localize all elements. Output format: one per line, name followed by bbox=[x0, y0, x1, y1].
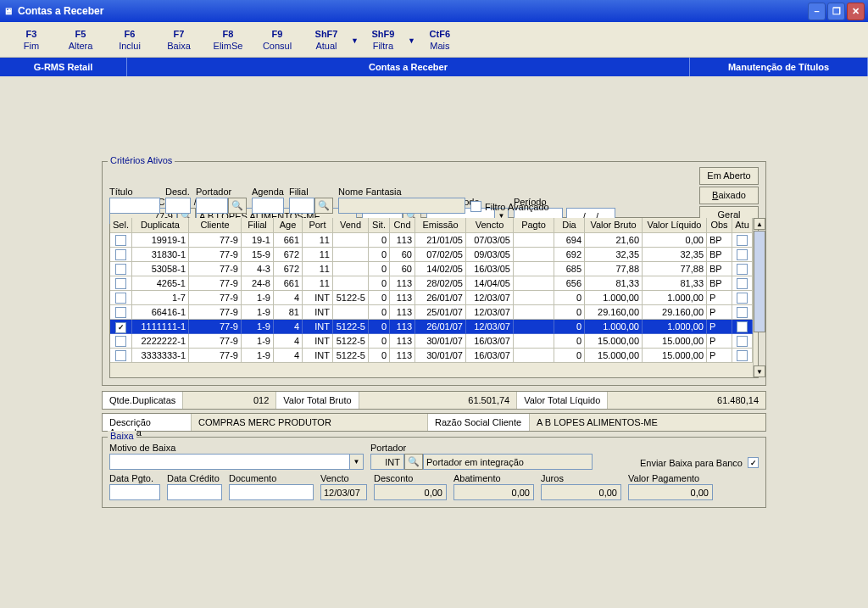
row-checkbox[interactable] bbox=[115, 278, 126, 289]
cell: 0 bbox=[554, 349, 585, 363]
menu-altera[interactable]: F5Altera bbox=[56, 27, 105, 53]
cell: 1-7 bbox=[132, 291, 189, 305]
data-credito-input[interactable] bbox=[167, 484, 222, 500]
table-row[interactable]: 53058-177-94-36721106014/02/0516/03/0568… bbox=[110, 262, 753, 276]
row-checkbox[interactable] bbox=[115, 264, 126, 275]
atu-checkbox[interactable] bbox=[737, 336, 748, 347]
row-checkbox[interactable] bbox=[115, 350, 126, 361]
agenda-input[interactable] bbox=[252, 198, 284, 214]
filtro-avancado-checkbox[interactable] bbox=[470, 201, 481, 212]
col-header[interactable]: Valor Bruto bbox=[585, 218, 643, 233]
baixa-portador-desc bbox=[423, 454, 593, 470]
cell: 16/03/05 bbox=[466, 262, 514, 276]
cell: 15.000,00 bbox=[643, 334, 707, 349]
cell: 30/01/07 bbox=[415, 334, 466, 349]
menu-mais[interactable]: CtF6Mais bbox=[415, 27, 465, 53]
cell: 5122-5 bbox=[333, 334, 369, 349]
atu-checkbox[interactable] bbox=[737, 293, 748, 304]
col-header[interactable]: Cnd bbox=[390, 218, 415, 233]
table-row[interactable]: 66416-177-91-981INT011325/01/0712/03/070… bbox=[110, 305, 753, 320]
col-header[interactable]: Duplicata bbox=[132, 218, 189, 233]
cell: 3333333-1 bbox=[132, 349, 189, 363]
module-bar: G-RMS Retail Contas a Receber Manutenção… bbox=[0, 58, 868, 76]
atu-checkbox[interactable] bbox=[737, 235, 748, 246]
atu-checkbox[interactable] bbox=[737, 350, 748, 361]
filial-search-button[interactable]: 🔍 bbox=[314, 198, 333, 214]
menu-atual[interactable]: ShF7Atual bbox=[302, 27, 351, 53]
menu-elimse[interactable]: F8ElimSe bbox=[203, 27, 253, 53]
scroll-down-icon[interactable]: ▼ bbox=[754, 365, 765, 377]
row-checkbox[interactable] bbox=[115, 322, 126, 333]
col-header[interactable]: Sel. bbox=[110, 218, 132, 233]
abatimento-input[interactable] bbox=[453, 484, 534, 500]
maximize-button[interactable]: ❐ bbox=[827, 3, 845, 20]
col-header[interactable]: Dia bbox=[554, 218, 585, 233]
minimize-button[interactable]: – bbox=[808, 3, 826, 20]
col-header[interactable]: Obs bbox=[707, 218, 732, 233]
cell: 30/01/07 bbox=[415, 349, 466, 363]
menu-fim[interactable]: F3Fim bbox=[7, 27, 56, 53]
desd-input[interactable] bbox=[165, 198, 191, 214]
motivo-select[interactable] bbox=[109, 454, 349, 470]
menu-filtra[interactable]: ShF9Filtra bbox=[359, 27, 408, 53]
table-row[interactable]: 4265-177-924-866111011328/02/0514/04/056… bbox=[110, 276, 753, 291]
col-header[interactable]: Sit. bbox=[369, 218, 390, 233]
col-header[interactable]: Valor Líquido bbox=[643, 218, 707, 233]
row-checkbox[interactable] bbox=[115, 249, 126, 260]
enviar-baixa-checkbox[interactable] bbox=[748, 457, 759, 468]
data-pgto-input[interactable] bbox=[109, 484, 160, 500]
chevron-down-icon[interactable]: ▼ bbox=[408, 34, 415, 45]
scrollbar-vertical[interactable]: ▲ ▼ bbox=[753, 218, 758, 377]
menu-baixa[interactable]: F7Baixa bbox=[154, 27, 203, 53]
atu-checkbox[interactable] bbox=[737, 307, 748, 318]
titulo-input[interactable] bbox=[109, 198, 160, 214]
atu-checkbox[interactable] bbox=[737, 278, 748, 289]
scroll-up-icon[interactable]: ▲ bbox=[754, 218, 765, 230]
table-row[interactable]: 3333333-177-91-94INT5122-5011330/01/0716… bbox=[110, 349, 753, 363]
col-header[interactable]: Vencto bbox=[466, 218, 514, 233]
menu-consul[interactable]: F9Consul bbox=[253, 27, 302, 53]
scroll-thumb[interactable] bbox=[754, 231, 765, 332]
row-checkbox[interactable] bbox=[115, 336, 126, 347]
col-header[interactable]: Atu bbox=[732, 218, 753, 233]
cell: 16/03/07 bbox=[466, 334, 514, 349]
chevron-down-icon[interactable]: ▼ bbox=[351, 34, 359, 45]
portador-search-button[interactable]: 🔍 bbox=[228, 198, 247, 214]
row-checkbox[interactable] bbox=[115, 307, 126, 318]
row-checkbox[interactable] bbox=[115, 235, 126, 246]
desconto-input[interactable] bbox=[374, 484, 447, 500]
baixa-portador-search-button[interactable]: 🔍 bbox=[404, 454, 423, 470]
portador-input[interactable] bbox=[196, 198, 228, 214]
col-header[interactable]: Vend bbox=[333, 218, 369, 233]
table-row[interactable]: 1111111-177-91-94INT5122-5011326/01/0712… bbox=[110, 320, 753, 334]
abatimento-label: Abatimento bbox=[453, 473, 534, 483]
close-button[interactable]: ✕ bbox=[847, 3, 865, 20]
desc-agenda-value: COMPRAS MERC PRODUTOR bbox=[192, 414, 428, 431]
vpag-input[interactable] bbox=[628, 484, 713, 500]
cell bbox=[514, 276, 554, 291]
col-header[interactable]: Cliente bbox=[189, 218, 242, 233]
col-header[interactable]: Pagto bbox=[514, 218, 554, 233]
documento-input[interactable] bbox=[229, 484, 314, 500]
cell: 113 bbox=[390, 291, 415, 305]
col-header[interactable]: Port bbox=[303, 218, 333, 233]
baixa-portador-input[interactable] bbox=[370, 454, 404, 470]
col-header[interactable]: Age bbox=[274, 218, 303, 233]
col-header[interactable]: Filial bbox=[242, 218, 274, 233]
table-row[interactable]: 19919-177-919-166111011321/01/0507/03/05… bbox=[110, 233, 753, 248]
baixado-button[interactable]: Baixado bbox=[699, 187, 759, 204]
col-header[interactable]: Emissão bbox=[415, 218, 466, 233]
table-row[interactable]: 1-777-91-94INT5122-5011326/01/0712/03/07… bbox=[110, 291, 753, 305]
atu-checkbox[interactable] bbox=[737, 321, 748, 332]
atu-checkbox[interactable] bbox=[737, 264, 748, 275]
menu-inclui[interactable]: F6Inclui bbox=[105, 27, 154, 53]
table-row[interactable]: 2222222-177-91-94INT5122-5011330/01/0716… bbox=[110, 334, 753, 349]
cell bbox=[333, 233, 369, 248]
juros-input[interactable] bbox=[541, 484, 621, 500]
chevron-down-icon[interactable]: ▼ bbox=[349, 454, 364, 470]
filial-input[interactable] bbox=[289, 198, 314, 214]
row-checkbox[interactable] bbox=[115, 293, 126, 304]
em-aberto-button[interactable]: Em Aberto bbox=[699, 167, 759, 185]
atu-checkbox[interactable] bbox=[737, 249, 748, 260]
table-row[interactable]: 31830-177-915-96721106007/02/0509/03/056… bbox=[110, 248, 753, 262]
